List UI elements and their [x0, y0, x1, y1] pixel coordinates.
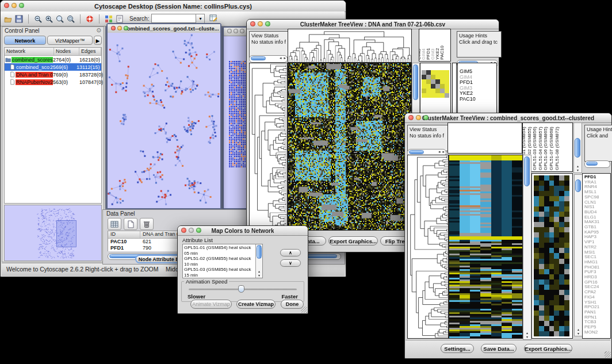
- gene-label-gpi16[interactable]: GPI16: [584, 280, 610, 285]
- gene-label-gim4[interactable]: GIM4: [460, 75, 496, 81]
- gene-label-puf3[interactable]: PUF3: [584, 270, 610, 275]
- attribute-browser-icon[interactable]: [209, 14, 217, 22]
- gene-label-bud4[interactable]: BUD4: [584, 210, 610, 215]
- zoom-button[interactable]: [423, 115, 429, 120]
- open-folder-icon[interactable]: [4, 15, 12, 23]
- float-panel-icon[interactable]: ⊙: [97, 27, 101, 33]
- treeview2-heatmap[interactable]: [449, 155, 523, 339]
- create-vizmap-button[interactable]: Create Vizmap: [236, 300, 276, 309]
- minimize-button[interactable]: [189, 228, 194, 233]
- treeview1-row-dendrogram[interactable]: [249, 63, 288, 231]
- table-row[interactable]: DNA and Tran 07769(0)183728(0): [5, 71, 101, 78]
- gene-label-cln1[interactable]: CLN1: [584, 200, 610, 205]
- zoom-in-icon[interactable]: [45, 15, 53, 23]
- new-doc-icon[interactable]: [124, 218, 137, 230]
- dialog-titlebar[interactable]: Map Colors to Network: [178, 226, 308, 236]
- treeview1-heatmap[interactable]: [288, 63, 412, 231]
- tab-network[interactable]: Network: [4, 36, 46, 45]
- close-button[interactable]: [250, 21, 255, 26]
- done-button[interactable]: Done: [281, 300, 304, 309]
- gene-label-mon2[interactable]: MON2: [584, 330, 610, 335]
- gene-label-vip1[interactable]: VIP1: [584, 240, 610, 245]
- gene-label-msi1[interactable]: MSI1: [584, 250, 610, 255]
- treeview1-column-dendrogram[interactable]: [288, 29, 412, 63]
- zoom-region-icon[interactable]: [56, 15, 64, 23]
- network-graph-canvas[interactable]: [108, 33, 220, 208]
- gene-label-pep5[interactable]: PEP5: [584, 325, 610, 330]
- gene-label-rnr4[interactable]: RNR4: [584, 185, 610, 190]
- tab-vizmapper[interactable]: VizMapper™: [47, 36, 93, 45]
- table-row[interactable]: combined_scores2764(0)16218(0): [5, 56, 101, 63]
- annotation-icon[interactable]: [116, 15, 124, 23]
- treeview2-labels-scrollbar[interactable]: ▴▾: [573, 122, 582, 173]
- column-header-nodes[interactable]: Nodes: [54, 48, 79, 55]
- gene-label-tcb3[interactable]: TCB3: [584, 320, 610, 325]
- export-graphics--button[interactable]: Export Graphics...: [524, 344, 572, 353]
- search-input[interactable]: [151, 14, 196, 23]
- gene-label-pfd1[interactable]: PFD1: [460, 80, 496, 86]
- gene-label-gim3[interactable]: GIM3: [460, 86, 496, 91]
- minimize-button[interactable]: [416, 115, 421, 120]
- gene-label-yke2[interactable]: YKE2: [460, 91, 496, 97]
- treeview2-zoom-heatmap[interactable]: [534, 175, 569, 336]
- gene-label-hmg1[interactable]: HMG1: [584, 260, 610, 265]
- treeview2-vscrollbar[interactable]: ▴▾: [523, 155, 531, 340]
- birdseye-view[interactable]: [4, 205, 102, 261]
- minimize-button[interactable]: [12, 3, 17, 8]
- close-button[interactable]: [181, 228, 186, 233]
- animation-speed-slider[interactable]: [238, 285, 244, 293]
- gene-label-hrd3[interactable]: HRD3: [584, 275, 610, 280]
- gene-label-msl1[interactable]: MSL1: [584, 190, 610, 195]
- close-button[interactable]: [4, 3, 9, 8]
- tab-[interactable]: ▶: [94, 36, 102, 45]
- zoom-button[interactable]: [240, 29, 244, 33]
- gene-label-rpo21[interactable]: RPO21: [584, 305, 610, 310]
- minimize-button[interactable]: [234, 29, 238, 33]
- gene-label-fig4[interactable]: FIG4: [584, 295, 610, 300]
- main-titlebar[interactable]: Cytoscape Desktop (Session Name: collins…: [1, 1, 346, 12]
- table-row[interactable]: combined_sco2569(6)13112(15): [5, 63, 101, 71]
- treeview1-status-scrollbar[interactable]: ◂ ▸: [249, 55, 288, 63]
- zoom-button[interactable]: [265, 21, 270, 26]
- gene-label-ntr2[interactable]: NTR2: [584, 245, 610, 250]
- treeview2-column-dendrogram-area[interactable]: [447, 122, 522, 154]
- gene-label-ysh1[interactable]: YSH1: [584, 300, 610, 305]
- settings--button[interactable]: Settings...: [441, 344, 474, 353]
- gene-label-hap3[interactable]: HAP3: [584, 235, 610, 240]
- gene-label-gim5[interactable]: GIM5: [460, 69, 496, 75]
- zoom-out-icon[interactable]: [34, 15, 42, 23]
- help-lifebuoy-icon[interactable]: [86, 15, 94, 23]
- gene-label-sec1[interactable]: SEC1: [584, 255, 610, 260]
- table-icon[interactable]: [108, 218, 121, 230]
- gene-label-mak31[interactable]: MAK31: [584, 220, 610, 225]
- column-header-network[interactable]: Network: [5, 48, 54, 55]
- treeview1-titlebar[interactable]: ClusterMaker TreeView : DNA and Tran 07-…: [247, 20, 499, 29]
- move-up-button[interactable]: ∧: [280, 249, 301, 256]
- gene-label-gtb1[interactable]: GTB1: [584, 225, 610, 230]
- gene-label-rpn1[interactable]: RPN1: [584, 315, 610, 320]
- gene-label-cpa2[interactable]: CPA2: [584, 290, 610, 295]
- attribute-item[interactable]: GPL51-03 (GSM856) heat shock 15 min: [184, 267, 255, 278]
- treeview1-summary-matrix[interactable]: [422, 70, 449, 98]
- gene-label-pac10[interactable]: PAC10: [460, 97, 496, 102]
- treeview2-hints-scrollbar[interactable]: [584, 160, 610, 168]
- vizmapper-icon[interactable]: [105, 15, 113, 23]
- close-button[interactable]: [227, 29, 232, 33]
- attribute-list-scrollbar[interactable]: ▴▾: [255, 244, 262, 278]
- attribute-item[interactable]: GPL51-01 (GSM854) heat shock 05 min: [184, 245, 255, 256]
- save-data--button[interactable]: Save Data...: [481, 344, 517, 353]
- treeview2-row-dendrogram[interactable]: [407, 155, 449, 339]
- save-icon[interactable]: [15, 15, 23, 23]
- gene-label-kap95[interactable]: KAP95: [584, 230, 610, 235]
- export-graphics--button[interactable]: Export Graphics...: [328, 236, 378, 246]
- close-button[interactable]: [408, 115, 414, 120]
- gene-label-pan1[interactable]: PAN1: [584, 310, 610, 315]
- column-header-edges[interactable]: Edges: [79, 48, 101, 55]
- gene-label-elg1[interactable]: ELG1: [584, 215, 610, 220]
- move-down-button[interactable]: ∨: [280, 259, 301, 267]
- zoom-button[interactable]: [124, 26, 128, 30]
- gene-label-yra1[interactable]: YRA1: [584, 180, 610, 185]
- minimize-button[interactable]: [117, 26, 122, 30]
- attribute-list[interactable]: GPL51-01 (GSM854) heat shock 05 minGPL51…: [182, 244, 263, 278]
- gene-label-spc98[interactable]: SPC98: [584, 195, 610, 200]
